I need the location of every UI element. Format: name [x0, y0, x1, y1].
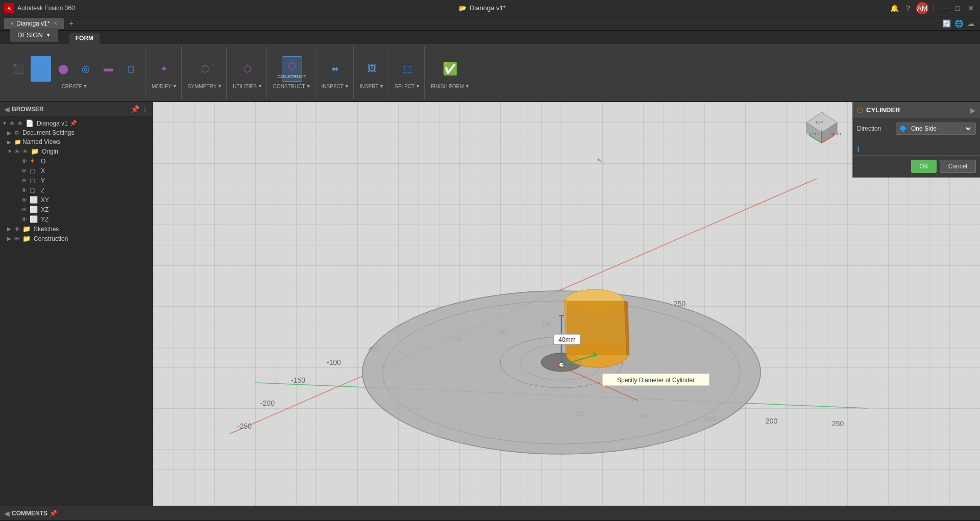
yz-vis[interactable]: 👁 — [21, 216, 30, 222]
tab-form[interactable]: FORM — [69, 33, 100, 44]
insert-button[interactable]: 🖼 — [362, 56, 382, 82]
select-button[interactable]: ⬚ — [397, 56, 418, 82]
document-title: Dianoga v1* — [470, 4, 506, 12]
comments-pin-icon[interactable]: 📌 — [50, 510, 57, 517]
svg-text:LEFT: LEFT — [811, 132, 820, 136]
browser-options-icon[interactable]: ⋮ — [141, 105, 149, 113]
o-label: O — [41, 158, 45, 165]
close-button[interactable]: ✕ — [966, 3, 976, 13]
create-cylinder-button[interactable]: ⬡ — [31, 56, 51, 82]
create-sphere-button[interactable]: ⬤ — [53, 56, 74, 82]
views-arrow: ▶ — [7, 139, 14, 145]
o-vis[interactable]: 👁 — [21, 158, 30, 164]
ribbon-group-construct: ⬡ CONSTRUCT CONSTRUCT▼ — [269, 46, 315, 99]
y-axis-icon: ◻ — [30, 177, 39, 184]
root-eye[interactable]: 👁 — [9, 120, 17, 127]
tree-origin-o[interactable]: 👁 ✦ O — [0, 156, 153, 166]
direction-select[interactable]: One Side Two Sides Symmetric — [909, 125, 972, 133]
viewport[interactable]: -250 -200 -150 -100 -50 50 100 150 200 2… — [153, 102, 980, 506]
tree-origin[interactable]: ▼ 👁 👁 📁 Origin — [0, 146, 153, 156]
svg-text:RIGHT: RIGHT — [830, 132, 842, 136]
info-row: ℹ — [853, 143, 980, 155]
tree-construction[interactable]: ▶ 👁 📁 Construction — [0, 234, 153, 243]
direction-icon: 🔷 — [899, 125, 907, 132]
select-label: SELECT▼ — [395, 84, 420, 89]
y-vis[interactable]: 👁 — [21, 178, 30, 184]
z-label: Z — [41, 187, 44, 194]
modify-button[interactable]: ✦ — [154, 56, 175, 82]
tree-doc-settings[interactable]: ▶ ⚙ Document Settings — [0, 128, 153, 137]
x-vis[interactable]: 👁 — [21, 168, 30, 174]
sync-icon[interactable]: 🔄 — [941, 18, 951, 29]
browser-pin-icon[interactable]: 📌 — [131, 105, 139, 113]
finish-form-button[interactable]: ✅ — [435, 56, 465, 82]
construct-button[interactable]: ⬡ CONSTRUCT — [282, 56, 302, 82]
browser-icon[interactable]: 🌐 — [953, 18, 964, 29]
profile-icon[interactable]: AM — [916, 2, 928, 14]
finish-label: FINISH FORM▼ — [431, 84, 470, 89]
origin-vis[interactable]: 👁 — [14, 148, 22, 155]
views-eye[interactable]: 📁 — [14, 139, 22, 145]
tree-origin-xy[interactable]: 👁 ⬜ XY — [0, 195, 153, 205]
sidebar: ◀ BROWSER 📌 ⋮ ▼ 👁 👁 📄 Dianoga v1 📌 ▶ ⚙ D… — [0, 102, 153, 506]
origin-eye[interactable]: 👁 — [22, 148, 31, 155]
tab-bar: ● Dianoga v1* ✕ + 🔄 🌐 ☁ — [0, 16, 980, 31]
create-face-button[interactable]: ◻ — [120, 56, 141, 82]
x-label: X — [41, 167, 45, 175]
create-label: CREATE▼ — [62, 84, 88, 89]
insert-label: INSERT▼ — [360, 84, 384, 89]
y-label: Y — [41, 177, 45, 184]
construction-vis[interactable]: 👁 — [14, 236, 22, 242]
tree-origin-z[interactable]: 👁 ◻ Z — [0, 185, 153, 195]
utilities-button[interactable]: ⬡ — [237, 56, 258, 82]
tree-root[interactable]: ▼ 👁 👁 📄 Dianoga v1 📌 — [0, 118, 153, 128]
minimize-button[interactable]: — — [939, 3, 949, 13]
cloud-icon[interactable]: ☁ — [966, 18, 976, 29]
create-box-button[interactable]: ⬛ — [8, 56, 29, 82]
construct-buttons: ⬡ CONSTRUCT — [282, 56, 302, 82]
tree-named-views[interactable]: ▶ 📁 Named Views — [0, 137, 153, 146]
ribbon-group-symmetry: ⬡ SYMMETRY▼ — [184, 46, 227, 99]
create-pipe-button[interactable]: ▬ — [98, 56, 118, 82]
cylinder-header-icon: ⬡ — [857, 106, 863, 114]
finish-icon: ✅ — [443, 62, 457, 76]
insert-buttons: 🖼 — [362, 56, 382, 82]
construction-folder-icon: 📁 — [22, 235, 32, 242]
notification-icon[interactable]: 🔔 — [890, 3, 900, 13]
box-icon: ⬛ — [11, 62, 26, 76]
face-icon: ◻ — [124, 62, 138, 76]
tree-origin-yz[interactable]: 👁 ⬜ YZ — [0, 214, 153, 224]
design-dropdown[interactable]: DESIGN ▼ — [10, 28, 58, 42]
ribbon-group-finish: ✅ FINISH FORM▼ — [427, 46, 474, 99]
finish-buttons: ✅ — [435, 56, 465, 82]
titlebar-right: 🔔 ? AM — □ ✕ — [890, 2, 976, 14]
ribbon-content: ⬛ ⬡ ⬤ ◎ ▬ ◻ CREATE▼ — [0, 44, 980, 101]
select-icon: ⬚ — [400, 62, 414, 76]
xy-vis[interactable]: 👁 — [21, 197, 30, 203]
o-point-icon: ✦ — [30, 157, 39, 165]
yz-plane-icon: ⬜ — [30, 215, 39, 223]
tree-origin-x[interactable]: 👁 ◻ X — [0, 166, 153, 176]
root-eye2[interactable]: 👁 — [17, 120, 26, 127]
direction-control[interactable]: 🔷 One Side Two Sides Symmetric — [896, 122, 976, 135]
maximize-button[interactable]: □ — [952, 3, 963, 13]
tree-origin-xz[interactable]: 👁 ⬜ XZ — [0, 205, 153, 214]
ok-button[interactable]: OK — [911, 160, 936, 173]
symmetry-button[interactable]: ⬡ — [195, 56, 215, 82]
inspect-label: INSPECT▼ — [322, 84, 349, 89]
cancel-button[interactable]: Cancel — [940, 160, 976, 173]
help-icon[interactable]: ? — [903, 3, 913, 13]
viewcube[interactable]: TOP LEFT RIGHT — [801, 107, 842, 148]
settings-eye[interactable]: ⚙ — [14, 130, 22, 136]
inspect-button[interactable]: ⬌ — [325, 56, 346, 82]
tree-sketches[interactable]: ▶ 👁 📁 Sketches — [0, 224, 153, 234]
cylinder-panel-expand-icon[interactable]: ▶ — [970, 106, 976, 114]
settings-arrow: ▶ — [7, 130, 14, 136]
sketches-vis[interactable]: 👁 — [14, 226, 22, 232]
tab-design[interactable]: DESIGN ▼ — [4, 26, 68, 44]
z-vis[interactable]: 👁 — [21, 187, 30, 193]
create-torus-button[interactable]: ◎ — [76, 56, 96, 82]
tree-origin-y[interactable]: 👁 ◻ Y — [0, 176, 153, 185]
titlebar: A Autodesk Fusion 360 📂 Dianoga v1* 🔔 ? … — [0, 0, 980, 16]
xz-vis[interactable]: 👁 — [21, 207, 30, 213]
